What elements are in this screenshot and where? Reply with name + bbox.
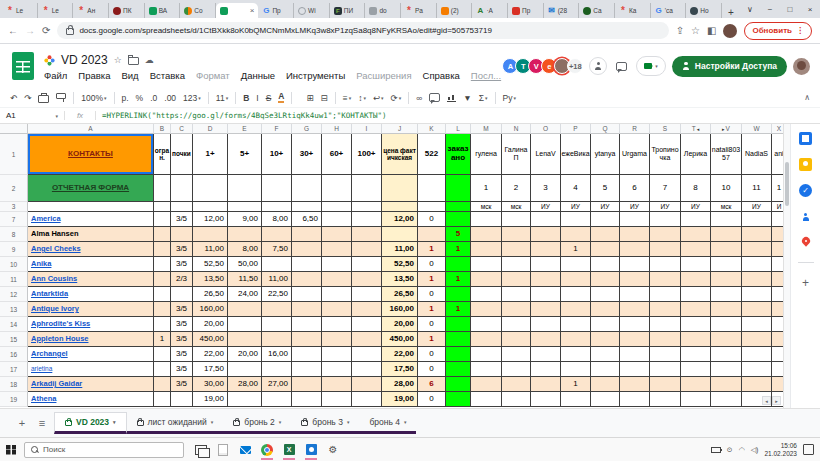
cell-M7[interactable] <box>471 212 502 227</box>
cell-I8[interactable] <box>352 227 382 242</box>
cell-P17[interactable] <box>561 362 591 377</box>
cell-M9[interactable] <box>471 242 502 257</box>
share-settings-button[interactable]: Настройки Доступа <box>672 56 787 77</box>
sheet-tab-menu-icon[interactable]: ▾ <box>279 419 282 425</box>
cell-N18[interactable] <box>502 377 531 392</box>
cell-S16[interactable] <box>650 347 681 362</box>
cell-L1[interactable]: заказано <box>446 134 471 175</box>
cell-Q14[interactable] <box>591 317 620 332</box>
cell-F7[interactable]: 8,00 <box>262 212 292 227</box>
taskbar-settings-icon[interactable]: ⚙ <box>324 440 342 460</box>
cell-P1[interactable]: ежеВика <box>561 134 591 175</box>
cell-A17[interactable]: arietina <box>28 362 154 377</box>
cell-S7[interactable] <box>650 212 681 227</box>
browser-tab[interactable]: Са <box>579 3 615 18</box>
font-size-select[interactable]: 11▾ <box>216 93 228 103</box>
cell-M17[interactable] <box>471 362 502 377</box>
sheet-tab-бронь-2[interactable]: бронь 2▾ <box>223 412 291 434</box>
cell-J2[interactable] <box>382 175 418 202</box>
browser-profile-avatar[interactable] <box>723 24 737 38</box>
sheet-tab-menu-icon[interactable]: ▾ <box>404 419 407 425</box>
cell-G14[interactable] <box>292 317 322 332</box>
cell-W1[interactable]: NadiaS <box>742 134 772 175</box>
browser-tab[interactable]: *Ан <box>73 3 109 18</box>
cell-G10[interactable] <box>292 257 322 272</box>
hidden-column-marker-icon[interactable]: ◂ <box>697 126 700 132</box>
browser-tab[interactable]: do <box>365 3 401 18</box>
cell-Q13[interactable] <box>591 302 620 317</box>
tab-search-chevron-icon[interactable]: ∨ <box>740 5 760 14</box>
cell-X1[interactable]: ani <box>772 134 783 175</box>
insert-chart-button[interactable] <box>447 93 456 102</box>
more-collaborators-badge[interactable]: +18 <box>567 58 583 74</box>
cell-A14[interactable]: Aphrodite's Kiss <box>28 317 154 332</box>
cell-Q19[interactable] <box>591 392 620 407</box>
cell-D11[interactable]: 13,50 <box>193 272 228 287</box>
cell-N16[interactable] <box>502 347 531 362</box>
sheet-tab-menu-icon[interactable]: ▾ <box>347 419 350 425</box>
cell-N1[interactable]: Галина П <box>502 134 531 175</box>
row-header-7[interactable]: 7 <box>0 212 28 227</box>
cell-V17[interactable] <box>711 362 742 377</box>
currency-format-button[interactable]: р. <box>122 93 129 103</box>
cell-F9[interactable]: 7,50 <box>262 242 292 257</box>
cell-T9[interactable] <box>681 242 711 257</box>
taskbar-task-view-icon[interactable] <box>192 440 210 460</box>
cell-T7[interactable] <box>681 212 711 227</box>
cell-S13[interactable] <box>650 302 681 317</box>
cell-A3[interactable] <box>28 202 154 212</box>
cell-S3[interactable]: ИУ <box>650 202 681 212</box>
cell-V1[interactable]: natali80357 <box>711 134 742 175</box>
cell-B14[interactable] <box>154 317 171 332</box>
cell-G7[interactable]: 6,50 <box>292 212 322 227</box>
row-header-15[interactable]: 15 <box>0 332 28 347</box>
taskbar-excel-icon[interactable]: X <box>280 440 298 460</box>
cell-E8[interactable] <box>228 227 262 242</box>
cell-M15[interactable] <box>471 332 502 347</box>
cell-G16[interactable] <box>292 347 322 362</box>
cell-K11[interactable]: 1 <box>418 272 446 287</box>
cell-B9[interactable] <box>154 242 171 257</box>
cell-V15[interactable] <box>711 332 742 347</box>
column-header-E[interactable]: E <box>228 124 262 134</box>
cell-B8[interactable] <box>154 227 171 242</box>
battery-icon[interactable] <box>711 447 721 453</box>
cell-V7[interactable] <box>711 212 742 227</box>
column-header-I[interactable]: I <box>352 124 382 134</box>
cell-T1[interactable]: Лерика <box>681 134 711 175</box>
cell-F17[interactable] <box>262 362 292 377</box>
cell-C3[interactable] <box>171 202 193 212</box>
chrome-menu-icon[interactable]: ⋮ <box>796 26 804 35</box>
cell-D7[interactable]: 12,00 <box>193 212 228 227</box>
cell-P8[interactable] <box>561 227 591 242</box>
scroll-left-icon[interactable]: ◂ <box>762 396 771 405</box>
cell-W18[interactable] <box>742 377 772 392</box>
cell-R17[interactable] <box>620 362 650 377</box>
cell-S15[interactable] <box>650 332 681 347</box>
cell-M8[interactable] <box>471 227 502 242</box>
text-wrap-select[interactable]: ↩▾ <box>373 93 384 103</box>
cell-N19[interactable] <box>502 392 531 407</box>
cell-E10[interactable]: 50,00 <box>228 257 262 272</box>
row-header-12[interactable]: 12 <box>0 287 28 302</box>
cell-E11[interactable]: 11,50 <box>228 272 262 287</box>
cell-D14[interactable]: 20,00 <box>193 317 228 332</box>
cell-X3[interactable]: И <box>772 202 783 212</box>
column-header-P[interactable]: P <box>561 124 591 134</box>
cell-W16[interactable] <box>742 347 772 362</box>
browser-tab[interactable]: ✉(28 <box>544 3 580 18</box>
cell-E13[interactable] <box>228 302 262 317</box>
row-header-18[interactable]: 18 <box>0 377 28 392</box>
cell-I19[interactable] <box>352 392 382 407</box>
cell-F19[interactable] <box>262 392 292 407</box>
reload-icon[interactable]: ⟳ <box>42 25 50 36</box>
row-header-14[interactable]: 14 <box>0 317 28 332</box>
cell-C18[interactable]: 3/5 <box>171 377 193 392</box>
sheets-logo-icon[interactable] <box>12 52 34 80</box>
cell-O13[interactable] <box>531 302 561 317</box>
cell-T15[interactable] <box>681 332 711 347</box>
cell-V3[interactable]: мск <box>711 202 742 212</box>
cell-W14[interactable] <box>742 317 772 332</box>
cell-I16[interactable] <box>352 347 382 362</box>
cell-F10[interactable] <box>262 257 292 272</box>
